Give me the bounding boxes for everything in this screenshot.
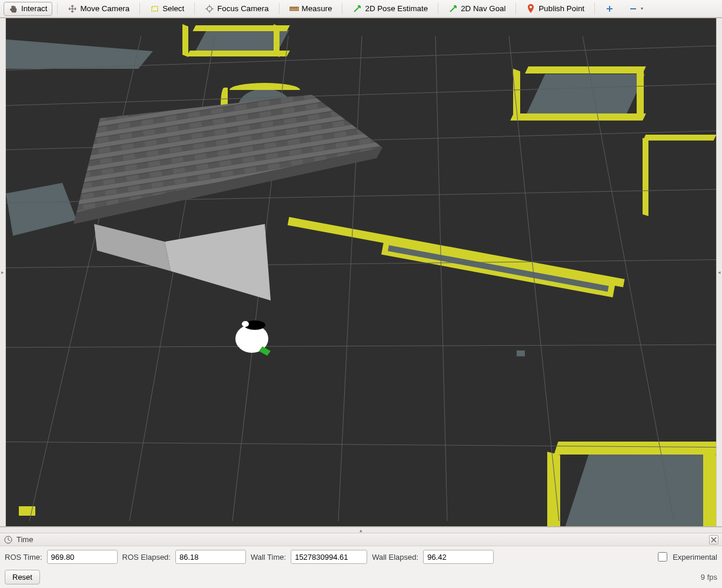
toolbar-separator [194,3,195,15]
ros-time-label: ROS Time: [5,553,42,562]
remove-tool-button[interactable]: ▾ [623,2,648,16]
measure-label: Measure [302,4,332,13]
pose-estimate-button[interactable]: 2D Pose Estimate [347,2,433,16]
time-panel-header: Time [0,533,722,546]
hand-icon [9,4,18,14]
right-panel-handle[interactable]: ◂ [716,18,722,526]
svg-point-33 [242,321,249,327]
experimental-checkbox[interactable]: Experimental [656,550,717,563]
toolbar-separator [515,3,516,15]
ruler-icon [290,4,299,14]
toolbar-separator [279,3,280,15]
bottom-panel-handle[interactable]: ▴ [0,527,722,533]
focus-camera-button[interactable]: Focus Camera [199,2,274,16]
toolbar-separator [139,3,140,15]
pose-estimate-label: 2D Pose Estimate [365,4,428,13]
move-camera-button[interactable]: Move Camera [62,2,135,16]
left-panel-handle[interactable]: ▸ [0,18,6,526]
svg-rect-2 [290,7,299,11]
wall-elapsed-field[interactable] [423,550,494,564]
svg-point-7 [530,6,532,8]
close-icon [711,537,717,543]
wall-time-label: Wall Time: [251,553,286,562]
time-values-row: ROS Time: ROS Elapsed: Wall Time: Wall E… [0,546,722,567]
fps-readout: 9 fps [701,573,717,582]
green-arrow-icon [352,4,362,14]
select-label: Select [162,4,184,13]
rviz-3d-viewport[interactable] [6,18,716,526]
pin-icon [526,4,535,14]
wall-time-field[interactable] [291,550,367,564]
wall-elapsed-label: Wall Elapsed: [372,553,418,562]
ros-time-field[interactable] [47,550,118,564]
interact-label: Interact [21,4,47,13]
select-rect-icon [150,4,159,14]
green-arrow-icon [448,4,458,14]
focus-camera-label: Focus Camera [217,4,268,13]
viewport-container: ▸ [0,18,722,527]
experimental-checkbox-input[interactable] [658,552,667,562]
ros-elapsed-field[interactable] [175,550,246,564]
measure-button[interactable]: Measure [284,2,338,16]
toolbar-separator [342,3,342,15]
time-panel: Time ROS Time: ROS Elapsed: Wall Time: W… [0,533,722,588]
add-tool-button[interactable] [600,2,620,16]
experimental-label: Experimental [673,553,717,562]
svg-point-1 [207,6,212,11]
move-camera-label: Move Camera [80,4,129,13]
publish-point-label: Publish Point [538,4,584,13]
main-toolbar: Interact Move Camera Select Focus Camera… [0,0,722,18]
nav-goal-button[interactable]: 2D Nav Goal [443,2,511,16]
nav-goal-label: 2D Nav Goal [461,4,505,13]
dropdown-caret-icon: ▾ [641,6,643,11]
move-camera-icon [68,4,77,14]
interact-button[interactable]: Interact [4,2,52,16]
clock-icon [4,535,13,544]
robot-model [6,18,716,521]
time-footer-row: Reset 9 fps [0,567,722,588]
crosshair-icon [205,4,214,14]
toolbar-separator [438,3,438,15]
toolbar-separator [594,3,595,15]
time-panel-close-button[interactable] [709,535,718,544]
select-button[interactable]: Select [145,2,189,16]
minus-icon [628,4,638,14]
toolbar-separator [57,3,58,15]
time-panel-title: Time [16,535,33,544]
svg-rect-0 [152,6,158,11]
reset-button[interactable]: Reset [5,570,40,584]
publish-point-button[interactable]: Publish Point [521,2,590,16]
plus-icon [605,4,614,14]
ros-elapsed-label: ROS Elapsed: [122,553,171,562]
